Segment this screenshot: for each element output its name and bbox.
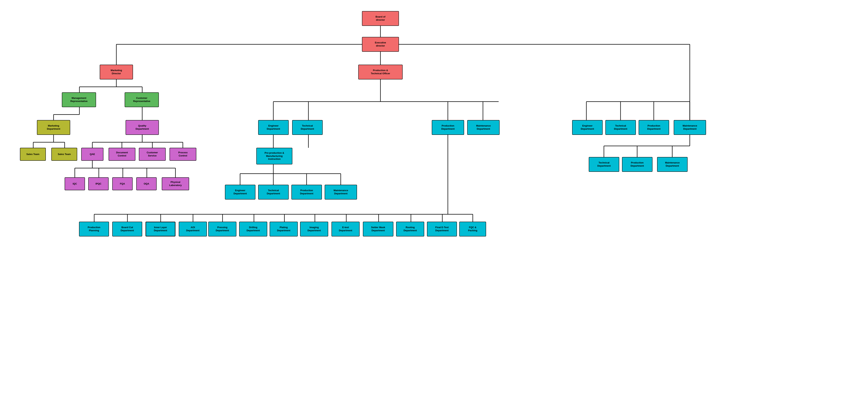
production-department-1b: ProductionDepartment (291, 185, 322, 200)
org-chart: Board ofdirector Executivedirector Produ… (0, 0, 868, 399)
qae: QAE (81, 148, 103, 161)
process-control: ProcessControl (169, 148, 196, 161)
board-of-director: Board ofdirector (362, 11, 399, 26)
technical-department-1b: TechnicalDepartment (258, 185, 289, 200)
fqc-packing: FQC &Packing (459, 222, 486, 237)
production-technical-officer: Production &Technical Officer (358, 65, 403, 80)
quality-department: QualityDepartment (126, 120, 159, 135)
oqa: OQA (136, 177, 157, 190)
production-planning: ProductionPlanning (79, 222, 109, 237)
physical-laboratory: PhysicalLaboratory (162, 177, 189, 190)
executive-director: Executivedirector (362, 37, 399, 52)
connector-lines (0, 0, 868, 399)
imaging-department: ImagingDepartment (300, 222, 328, 237)
customer-representative: CustomerRepresentative (125, 92, 159, 107)
production-department-3b: ProductionDepartment (622, 157, 652, 172)
sales-team-1: Sales Team (20, 148, 46, 161)
technical-department-3: TechnicalDepartment (606, 120, 636, 135)
etest-department: E-testDepartment (332, 222, 360, 237)
maintenance-department-2: MaintenanceDepartment (467, 120, 500, 135)
production-department-2: ProductionDepartment (432, 120, 464, 135)
maintenance-department-3b: MaintenanceDepartment (657, 157, 688, 172)
solder-mask-department: Selder MaskDepartment (363, 222, 393, 237)
management-representative: ManagementRepresentative (62, 92, 96, 107)
board-cut-department: Board CutDepartment (112, 222, 142, 237)
aoi-department: AOIDepartment (179, 222, 207, 237)
engineer-department-3: EngineerDepartment (572, 120, 602, 135)
document-control: DocumentControl (108, 148, 135, 161)
engineer-department-1b: EngineerDepartment (225, 185, 255, 200)
maintenance-department-3: MaintenanceDepartment (674, 120, 706, 135)
plating-department: PlatingDepartment (270, 222, 298, 237)
pressing-department: PressingDepartment (208, 222, 237, 237)
technical-department-1: TechnicalDepartment (292, 120, 323, 135)
production-department-3: ProductionDepartment (639, 120, 669, 135)
iqc: IQC (65, 177, 85, 190)
inner-layer-department: Inner LayerDepartment (146, 222, 176, 237)
customer-service: CustomerService (139, 148, 166, 161)
sales-team-2: Sales Team (51, 148, 77, 161)
rooting-department: RootingDepartment (396, 222, 424, 237)
final-etest-department: Final E-TestDepartment (427, 222, 457, 237)
technical-department-3b: TechnicalDepartment (589, 157, 619, 172)
ipqc: IPQC (88, 177, 108, 190)
engineer-department-1: EngineerDepartment (258, 120, 289, 135)
drilling-department: DrillingDepartment (239, 222, 267, 237)
fqa: FQA (112, 177, 133, 190)
marketing-director: MarketingDirector (100, 65, 133, 80)
marketing-department: MarketingDepartment (37, 120, 70, 135)
pre-production-manufacturing: Pre-production &ManufacturingInstruction (256, 148, 292, 164)
maintenance-department-1b: MaintenanceDepartment (325, 185, 357, 200)
